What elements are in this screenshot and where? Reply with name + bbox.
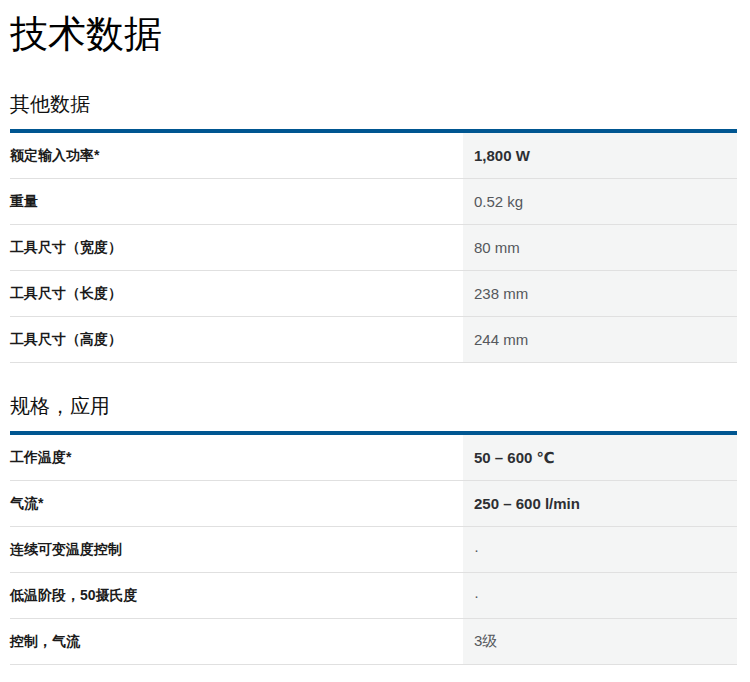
section-heading-specs-application: 规格，应用 [10, 395, 737, 418]
spec-label: 工作温度* [10, 435, 463, 480]
spec-value: 3级 [463, 619, 737, 664]
section-heading-other-data: 其他数据 [10, 93, 737, 116]
spec-value: · [463, 573, 737, 618]
spec-value: · [463, 527, 737, 572]
table-row: 连续可变温度控制 · [10, 527, 737, 573]
table-row: 控制，气流 3级 [10, 619, 737, 665]
spec-label: 连续可变温度控制 [10, 527, 463, 572]
spec-label: 额定输入功率* [10, 133, 463, 178]
table-row: 工具尺寸（高度） 244 mm [10, 317, 737, 363]
table-row: 工具尺寸（宽度） 80 mm [10, 225, 737, 271]
spec-table-other-data: 额定输入功率* 1,800 W 重量 0.52 kg 工具尺寸（宽度） 80 m… [10, 129, 737, 363]
table-row: 低温阶段，50摄氏度 · [10, 573, 737, 619]
page-title: 技术数据 [10, 12, 737, 56]
table-row: 工具尺寸（长度） 238 mm [10, 271, 737, 317]
spec-page: 技术数据 其他数据 额定输入功率* 1,800 W 重量 0.52 kg 工具尺… [0, 12, 750, 665]
spec-table-specs-application: 工作温度* 50 – 600 ℃ 气流* 250 – 600 l/min 连续可… [10, 431, 737, 665]
spec-label: 工具尺寸（宽度） [10, 225, 463, 270]
spec-label: 控制，气流 [10, 619, 463, 664]
spec-value: 50 – 600 ℃ [463, 435, 737, 480]
spec-value: 244 mm [463, 317, 737, 362]
spec-value: 80 mm [463, 225, 737, 270]
section-other-data: 其他数据 额定输入功率* 1,800 W 重量 0.52 kg 工具尺寸（宽度）… [10, 93, 737, 363]
table-row: 气流* 250 – 600 l/min [10, 481, 737, 527]
spec-label: 工具尺寸（长度） [10, 271, 463, 316]
spec-value: 0.52 kg [463, 179, 737, 224]
spec-label: 低温阶段，50摄氏度 [10, 573, 463, 618]
spec-label: 重量 [10, 179, 463, 224]
table-row: 额定输入功率* 1,800 W [10, 133, 737, 179]
spec-label: 气流* [10, 481, 463, 526]
spec-label: 工具尺寸（高度） [10, 317, 463, 362]
table-row: 重量 0.52 kg [10, 179, 737, 225]
spec-value: 1,800 W [463, 133, 737, 178]
spec-value: 250 – 600 l/min [463, 481, 737, 526]
spec-value: 238 mm [463, 271, 737, 316]
section-specs-application: 规格，应用 工作温度* 50 – 600 ℃ 气流* 250 – 600 l/m… [10, 395, 737, 665]
table-row: 工作温度* 50 – 600 ℃ [10, 435, 737, 481]
